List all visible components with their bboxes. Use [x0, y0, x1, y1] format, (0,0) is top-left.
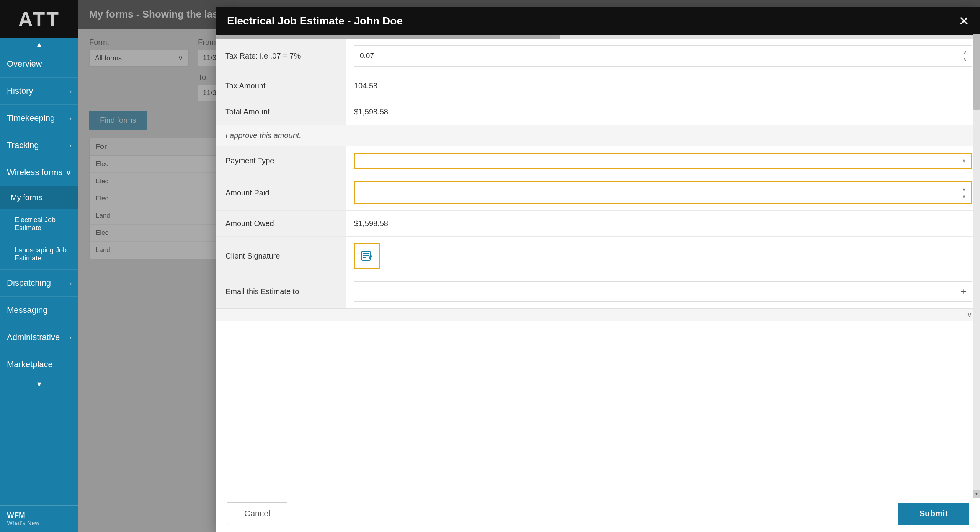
chevron-down-icon: ∨: [967, 310, 972, 319]
email-estimate-value: +: [346, 275, 980, 308]
sidebar-item-messaging[interactable]: Messaging: [0, 297, 78, 324]
payment-type-value: ∨: [346, 146, 980, 175]
email-estimate-input[interactable]: [360, 288, 961, 296]
sidebar-item-label: History: [7, 86, 33, 96]
sidebar-item-timekeeping[interactable]: Timekeeping ›: [0, 105, 78, 132]
submit-button[interactable]: Submit: [898, 503, 969, 525]
sidebar-item-label: Timekeeping: [7, 113, 55, 123]
email-input-wrapper: +: [354, 281, 972, 302]
modal-title: Electrical Job Estimate - John Doe: [227, 15, 403, 27]
sidebar-bottom: WFM What's New: [0, 505, 78, 532]
sidebar: ATT ▲ Overview History › Timekeeping › T…: [0, 0, 78, 532]
tax-amount-label: Tax Amount: [216, 73, 346, 99]
chevron-right-icon: ›: [69, 114, 72, 122]
sidebar-item-label: My forms: [11, 193, 42, 202]
sidebar-item-label: Electrical Job Estimate: [15, 216, 56, 232]
signature-button[interactable]: [354, 243, 380, 269]
form-row-email-estimate: Email this Estimate to +: [216, 275, 980, 308]
sidebar-item-marketplace[interactable]: Marketplace: [0, 351, 78, 378]
form-row-tax-rate: Tax Rate: i.e .07 = 7% 0.07 ∨ ∧: [216, 39, 980, 73]
form-row-amount-paid: Amount Paid ∨ ∧: [216, 175, 980, 211]
dropdown-arrows: ∨: [962, 158, 966, 164]
whats-new-label[interactable]: What's New: [7, 520, 72, 527]
modal-header: Electrical Job Estimate - John Doe ✕: [216, 7, 980, 35]
sidebar-item-dispatching[interactable]: Dispatching ›: [0, 270, 78, 297]
email-add-button[interactable]: +: [961, 286, 967, 298]
sidebar-item-landscaping-job-estimate[interactable]: Landscaping Job Estimate: [0, 239, 78, 270]
sidebar-scroll-up[interactable]: ▲: [0, 38, 78, 50]
amount-owed-value: $1,598.58: [346, 211, 980, 236]
sidebar-logo: ATT: [0, 0, 78, 38]
form-row-amount-owed: Amount Owed $1,598.58: [216, 211, 980, 237]
chevron-down-icon: ∨: [962, 186, 966, 192]
client-signature-label: Client Signature: [216, 237, 346, 275]
dropdown-arrows: ∨ ∧: [963, 49, 967, 62]
tax-amount-value: 104.58: [346, 73, 980, 99]
form-row-client-signature: Client Signature: [216, 237, 980, 275]
payment-type-dropdown[interactable]: ∨: [354, 153, 972, 169]
cancel-button[interactable]: Cancel: [227, 502, 287, 525]
total-amount-label: Total Amount: [216, 99, 346, 125]
client-signature-value: [346, 237, 980, 275]
sidebar-item-label: Dispatching: [7, 278, 51, 288]
sidebar-item-overview[interactable]: Overview: [0, 50, 78, 78]
chevron-right-icon: ›: [69, 279, 72, 287]
sidebar-item-electrical-job-estimate[interactable]: Electrical Job Estimate: [0, 209, 78, 239]
amount-paid-label: Amount Paid: [216, 175, 346, 210]
total-amount-value: $1,598.58: [346, 99, 980, 125]
scroll-down-row: ∨: [216, 308, 980, 321]
chevron-up-icon: ∧: [962, 193, 966, 199]
scroll-indicator: [216, 35, 980, 39]
sidebar-item-administrative[interactable]: Administrative ›: [0, 324, 78, 351]
approve-row: I approve this amount.: [216, 125, 980, 146]
sidebar-item-label: Overview: [7, 59, 42, 69]
tax-rate-label: Tax Rate: i.e .07 = 7%: [216, 39, 346, 73]
chevron-right-icon: ›: [69, 87, 72, 95]
form-row-tax-amount: Tax Amount 104.58: [216, 73, 980, 99]
modal-body: Tax Rate: i.e .07 = 7% 0.07 ∨ ∧ Tax Amou…: [216, 35, 980, 495]
amount-paid-dropdown[interactable]: ∨ ∧: [354, 181, 972, 204]
form-row-total-amount: Total Amount $1,598.58: [216, 99, 980, 125]
chevron-down-icon: ∨: [962, 158, 966, 164]
sidebar-item-label: Wireless forms: [7, 168, 62, 177]
modal-footer: Cancel Submit: [216, 495, 980, 532]
sidebar-item-wireless-forms[interactable]: Wireless forms ∨: [0, 159, 78, 186]
form-row-payment-type: Payment Type ∨: [216, 146, 980, 175]
sidebar-item-label: Marketplace: [7, 360, 53, 369]
dropdown-arrows: ∨ ∧: [962, 186, 966, 199]
sidebar-item-label: Messaging: [7, 305, 47, 315]
sidebar-scroll-down[interactable]: ▼: [0, 378, 78, 390]
wfm-label: WFM: [7, 511, 72, 520]
modal-scrollbar[interactable]: ▲ ▼: [973, 34, 980, 498]
sidebar-item-tracking[interactable]: Tracking ›: [0, 132, 78, 159]
sidebar-item-label: Administrative: [7, 332, 60, 342]
modal: Electrical Job Estimate - John Doe ✕ Tax…: [216, 7, 980, 532]
modal-close-button[interactable]: ✕: [959, 15, 969, 28]
amount-owed-label: Amount Owed: [216, 211, 346, 236]
tax-rate-display: 0.07: [360, 52, 374, 60]
chevron-up-icon: ∧: [963, 56, 967, 62]
chevron-down-icon: ∨: [65, 168, 72, 177]
sidebar-item-history[interactable]: History ›: [0, 78, 78, 105]
amount-paid-value: ∨ ∧: [346, 175, 980, 210]
chevron-down-icon: ∨: [963, 49, 967, 55]
payment-type-label: Payment Type: [216, 146, 346, 175]
scroll-thumb: [216, 35, 560, 39]
tax-rate-dropdown[interactable]: 0.07 ∨ ∧: [354, 45, 972, 67]
scrollbar-arrow-down[interactable]: ▼: [973, 490, 980, 498]
sidebar-item-label: Landscaping Job Estimate: [15, 246, 67, 262]
chevron-right-icon: ›: [69, 334, 72, 342]
scrollbar-thumb[interactable]: [973, 34, 980, 110]
email-estimate-label: Email this Estimate to: [216, 275, 346, 308]
chevron-right-icon: ›: [69, 142, 72, 150]
sidebar-item-my-forms[interactable]: My forms: [0, 186, 78, 209]
sidebar-item-label: Tracking: [7, 140, 39, 150]
main-content: My forms - Showing the last 50 s Form: A…: [78, 0, 980, 532]
tax-rate-value: 0.07 ∨ ∧: [346, 39, 980, 73]
